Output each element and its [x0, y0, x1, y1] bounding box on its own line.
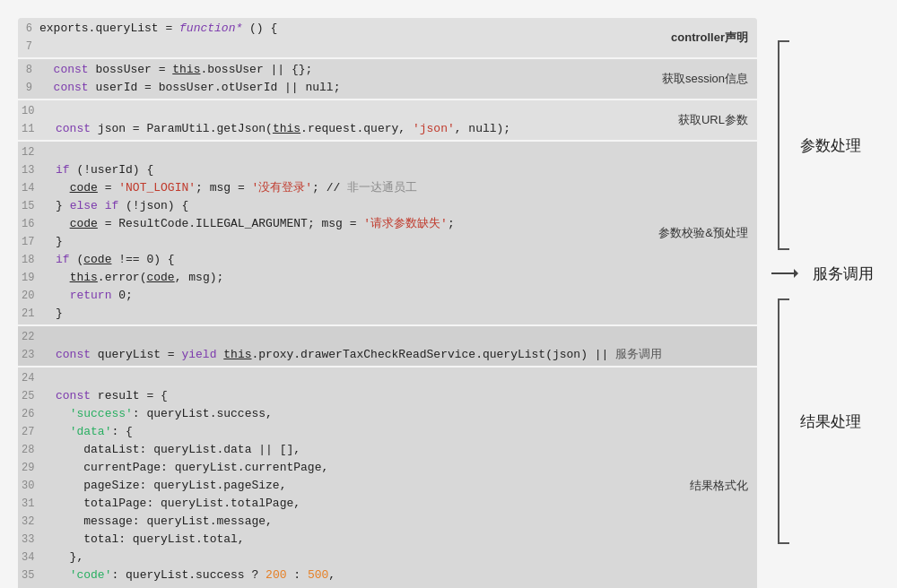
code-line-11: 11 const json = ParamUtil.getJson(this.r…: [18, 120, 757, 138]
code-line-28: 28 dataList: queryList.data || [],: [18, 441, 757, 459]
line-num-7: 7: [18, 38, 39, 56]
line-content-16: code = ResultCode.ILLEGAL_ARGUMENT; msg …: [41, 215, 757, 233]
code-line-17: 17 }: [18, 233, 757, 251]
line-num-23: 23: [18, 346, 41, 364]
annotation-service-label: 服务调用: [813, 264, 874, 284]
code-line-25: 25 const result = {: [18, 387, 757, 405]
line-content-19: this.error(code, msg);: [41, 269, 757, 287]
line-content-31: totalPage: queryList.totalPage,: [41, 495, 757, 513]
line-num-15: 15: [18, 197, 41, 215]
line-num-24: 24: [18, 369, 41, 387]
line-content-13: if (!userId) {: [41, 161, 757, 179]
label-controller: controller声明: [671, 30, 748, 46]
line-num-25: 25: [18, 387, 41, 405]
line-content-8: const bossUser = this.bossUser || {};: [39, 61, 757, 79]
main-container: 6 exports.queryList = function* () { 7 c…: [18, 18, 879, 588]
label-session: 获取session信息: [662, 71, 748, 87]
code-line-20: 20 return 0;: [18, 287, 757, 305]
line-content-17: }: [41, 233, 757, 251]
line-num-12: 12: [18, 143, 41, 161]
line-content-15: } else if (!json) {: [41, 197, 757, 215]
line-num-36: 36: [18, 584, 41, 588]
line-content-9: const userId = bossUser.otUserId || null…: [39, 79, 757, 97]
line-content-7: [39, 38, 757, 56]
code-line-6: 6 exports.queryList = function* () {: [18, 20, 757, 38]
line-num-9: 9: [18, 79, 39, 97]
label-validate: 参数校验&预处理: [658, 225, 748, 241]
line-num-26: 26: [18, 405, 41, 423]
code-line-14: 14 code = 'NOT_LOGIN'; msg = '没有登录'; // …: [18, 179, 757, 197]
bracket-result: [771, 296, 793, 547]
line-content-29: currentPage: queryList.currentPage,: [41, 459, 757, 477]
code-line-13: 13 if (!userId) {: [18, 161, 757, 179]
line-num-21: 21: [18, 305, 41, 323]
annotations-panel: 参数处理 服务调用 结果处理: [771, 18, 879, 588]
code-line-35: 35 'code': queryList.success ? 200 : 500…: [18, 566, 757, 584]
line-num-11: 11: [18, 120, 41, 138]
line-num-16: 16: [18, 215, 41, 233]
line-num-17: 17: [18, 233, 41, 251]
label-url-param: 获取URL参数: [678, 112, 748, 128]
code-line-21: 21 }: [18, 305, 757, 323]
label-result-format: 结果格式化: [690, 478, 748, 494]
line-content-20: return 0;: [41, 287, 757, 305]
code-line-7: 7: [18, 38, 757, 56]
line-content-30: pageSize: queryList.pageSize,: [41, 477, 757, 495]
section-controller: 6 exports.queryList = function* () { 7 c…: [18, 18, 757, 59]
line-num-13: 13: [18, 161, 41, 179]
annotation-result-label: 结果处理: [800, 411, 861, 432]
line-content-18: if (code !== 0) {: [41, 251, 757, 269]
annotation-result: 结果处理: [771, 296, 879, 547]
line-num-10: 10: [18, 102, 41, 120]
code-line-24: 24: [18, 369, 757, 387]
code-line-8: 8 const bossUser = this.bossUser || {};: [18, 61, 757, 79]
section-result-format: 24 25 const result = { 26 'success': que…: [18, 368, 757, 588]
line-num-30: 30: [18, 477, 41, 495]
line-content-12: [41, 143, 757, 161]
line-content-33: total: queryList.total,: [41, 531, 757, 549]
line-content-22: [41, 328, 757, 346]
line-num-27: 27: [18, 423, 41, 441]
code-line-29: 29 currentPage: queryList.currentPage,: [18, 459, 757, 477]
line-content-27: 'data': {: [41, 423, 757, 441]
line-content-35: 'code': queryList.success ? 200 : 500,: [41, 566, 757, 584]
line-content-26: 'success': queryList.success,: [41, 405, 757, 423]
annotation-service: 服务调用: [771, 255, 879, 292]
line-content-36: };: [41, 584, 757, 588]
line-num-22: 22: [18, 328, 41, 346]
line-content-32: message: queryList.message,: [41, 513, 757, 531]
code-line-19: 19 this.error(code, msg);: [18, 269, 757, 287]
line-num-32: 32: [18, 513, 41, 531]
line-content-23: const queryList = yield this.proxy.drawe…: [41, 346, 757, 364]
code-line-15: 15 } else if (!json) {: [18, 197, 757, 215]
code-line-32: 32 message: queryList.message,: [18, 513, 757, 531]
line-num-19: 19: [18, 269, 41, 287]
code-line-33: 33 total: queryList.total,: [18, 531, 757, 549]
line-num-28: 28: [18, 441, 41, 459]
code-block: 6 exports.queryList = function* () { 7 c…: [18, 18, 757, 588]
section-url-param: 10 11 const json = ParamUtil.getJson(thi…: [18, 100, 757, 142]
code-line-12: 12: [18, 143, 757, 161]
section-service: 22 23 const queryList = yield this.proxy…: [18, 326, 757, 368]
section-validate: 12 13 if (!userId) { 14 code = 'NOT_LOGI…: [18, 142, 757, 326]
line-content-25: const result = {: [41, 387, 757, 405]
code-line-30: 30 pageSize: queryList.pageSize,: [18, 477, 757, 495]
line-content-28: dataList: queryList.data || [],: [41, 441, 757, 459]
code-line-26: 26 'success': queryList.success,: [18, 405, 757, 423]
bracket-param: [771, 38, 793, 253]
code-line-36: 36 };: [18, 584, 757, 588]
line-content-10: [41, 102, 757, 120]
line-content-6: exports.queryList = function* () {: [39, 20, 757, 38]
section-session: 8 const bossUser = this.bossUser || {}; …: [18, 59, 757, 100]
code-line-9: 9 const userId = bossUser.otUserId || nu…: [18, 79, 757, 97]
code-line-22: 22: [18, 328, 757, 346]
line-num-18: 18: [18, 251, 41, 269]
code-line-23: 23 const queryList = yield this.proxy.dr…: [18, 346, 757, 364]
annotation-param: 参数处理: [771, 38, 879, 253]
line-num-35: 35: [18, 566, 41, 584]
line-content-14: code = 'NOT_LOGIN'; msg = '没有登录'; // 非一达…: [41, 179, 757, 197]
line-num-33: 33: [18, 531, 41, 549]
line-num-29: 29: [18, 459, 41, 477]
code-line-31: 31 totalPage: queryList.totalPage,: [18, 495, 757, 513]
code-line-34: 34 },: [18, 549, 757, 566]
